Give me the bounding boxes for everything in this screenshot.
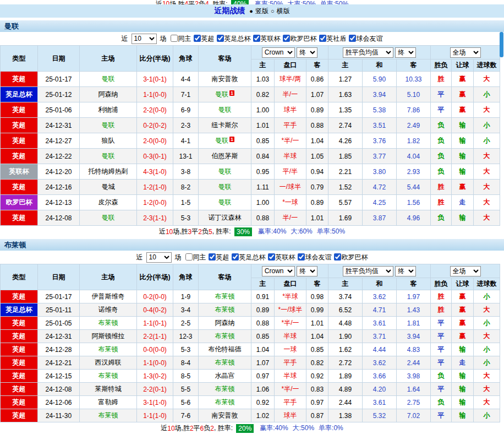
team-name-text: 布伦特福德 [209,345,242,353]
crown-home-odds-cell: 0.89 [251,303,275,317]
filter-option[interactable]: 英超 [209,253,229,262]
crown-away-odds-cell: 0.98 [306,290,328,303]
recent-count-select[interactable]: 10 [146,252,172,263]
goals-result-cell: 大 [474,149,500,164]
league-cell: 英超 [1,290,38,303]
away-team-cell: 南安普敦 [199,72,251,87]
avg-draw-odds-cell: 3.71 [363,330,397,343]
stat-segment: 赢率:40% [258,227,286,236]
filter-option[interactable]: 同主 [185,253,206,262]
filter-checkbox[interactable] [185,253,193,261]
score-cell: 2-2(0-1) [137,383,173,396]
scrollbar-thumb[interactable] [500,32,503,57]
filter-option[interactable]: 欧罗巴杯 [334,253,368,262]
avg-home-odds-cell: 4.89 [328,383,363,396]
odds-source-select[interactable]: Crown [262,266,295,276]
corners-cell: 4-1 [173,133,199,149]
league-cell: 英足总杯 [1,303,38,317]
radio-vertical-label[interactable]: 竖版 [255,7,269,16]
home-team-cell: 诺维奇 [80,303,137,317]
section-footer: 近10场,胜3平2负5, 胜率: 30%赢率:40%大:60%单率:50% [0,226,504,237]
crown-handicap-cell: *半/一 [275,383,306,396]
league-cell: 英超 [1,102,38,118]
recent-count-select[interactable]: 10 [132,34,157,44]
filter-checkbox[interactable] [217,35,224,42]
stat-segment: 10 [167,425,174,432]
league-cell: 英超 [1,330,38,343]
score-cell: 1-1(0-0) [137,87,173,102]
filter-checkbox[interactable] [319,35,326,42]
match-row: 英超25-01-17伊普斯维奇0-2(0-0)1-9布莱顿0.91*半球0.98… [1,290,500,303]
odds-time-select[interactable]: 终 [297,47,317,58]
filter-option[interactable]: 英足总杯 [232,253,266,262]
away-team-cell: 南安普敦 [199,409,251,422]
team-name-text: 曼联 [102,152,115,160]
filter-option[interactable]: 同主 [171,34,191,44]
col-crown-away: 客 [306,278,328,290]
col-crown-handicap: 盘口 [275,59,306,72]
corners-cell: 6-9 [173,102,199,118]
filter-checkbox[interactable] [171,35,178,42]
home-team-cell: 皮尔森 [80,195,137,210]
radio-horizontal-label[interactable]: 横版 [277,7,290,16]
filter-label: 同主 [193,253,206,261]
odds-time-select[interactable]: 终 [297,266,317,276]
filter-option[interactable]: 球会友谊 [298,253,332,262]
handicap-result-cell: 输 [452,370,474,383]
crown-home-odds-cell: 1.04 [251,343,275,356]
col-handicap-result: 让球 [452,59,474,72]
avg-away-odds-cell: 3.94 [397,330,431,343]
filter-checkbox[interactable] [334,253,341,261]
filter-checkbox[interactable] [253,35,260,42]
corners-cell: 7-6 [173,409,199,422]
filter-row: 近 10 场 同主英超英足总杯英联杯欧罗巴杯英社盾球会友谊 [0,32,504,45]
radio-selected-icon[interactable]: ● [249,8,253,14]
crown-handicap-cell: 球半 [275,102,306,118]
filter-option[interactable]: 英联杯 [268,253,295,262]
filter-checkbox[interactable] [209,253,216,261]
stat-segment: 单率:50% [317,227,345,236]
filter-option[interactable]: 欧罗巴杯 [283,34,317,44]
team-name-text: 布莱顿 [98,319,118,327]
stat-segment: 近 [159,227,166,236]
avg-home-odds-cell: 1.90 [328,330,363,343]
date-cell: 24-11-30 [38,409,80,422]
avg-odds-select[interactable]: 胜平负均值 [343,266,393,276]
stat-segment: 负 [204,424,210,433]
filter-checkbox[interactable] [194,35,201,42]
radio-unselected-icon[interactable]: ○ [271,8,275,14]
goals-result-cell: 大 [474,72,500,87]
score-cell: 1-2(0-0) [137,195,173,210]
avg-time-select[interactable]: 终 [395,47,416,58]
handicap-result-cell: 走 [452,356,474,370]
date-cell: 24-12-13 [38,195,80,210]
avg-home-odds-cell: 3.74 [328,290,363,303]
home-team-cell: 富勒姆 [80,396,137,409]
goals-result-cell: 小 [474,290,500,303]
filter-checkbox[interactable] [298,253,305,261]
full-match-select[interactable]: 全场 [450,47,481,58]
team-name-text: 布莱顿 [215,292,235,300]
avg-home-odds-cell: 1.89 [328,370,363,383]
filter-checkbox[interactable] [268,253,275,261]
odds-source-select[interactable]: Crown [262,47,295,58]
page-title: 近期战绩 [214,6,245,16]
crown-away-odds-cell: 0.88 [306,118,328,133]
filter-checkbox[interactable] [232,253,239,261]
filter-option[interactable]: 英足总杯 [217,34,251,44]
filter-option[interactable]: 英联杯 [253,34,281,44]
result-cell: 胜 [431,290,452,303]
filter-option[interactable]: 球会友谊 [349,34,383,44]
avg-odds-select[interactable]: 胜平负均值 [343,47,393,58]
crown-away-odds-cell: 1.05 [306,149,328,164]
score-cell: 2-0(0-0) [137,133,173,149]
full-match-select[interactable]: 全场 [450,266,481,276]
avg-time-select[interactable]: 终 [395,266,416,276]
crown-handicap-cell: 一球 [275,343,306,356]
filter-checkbox[interactable] [349,35,356,42]
filter-checkbox[interactable] [283,35,290,42]
score-cell: 3-1(0-1) [137,72,173,87]
filter-option[interactable]: 英超 [194,34,215,44]
result-cell: 平 [431,330,452,343]
filter-option[interactable]: 英社盾 [319,34,347,44]
